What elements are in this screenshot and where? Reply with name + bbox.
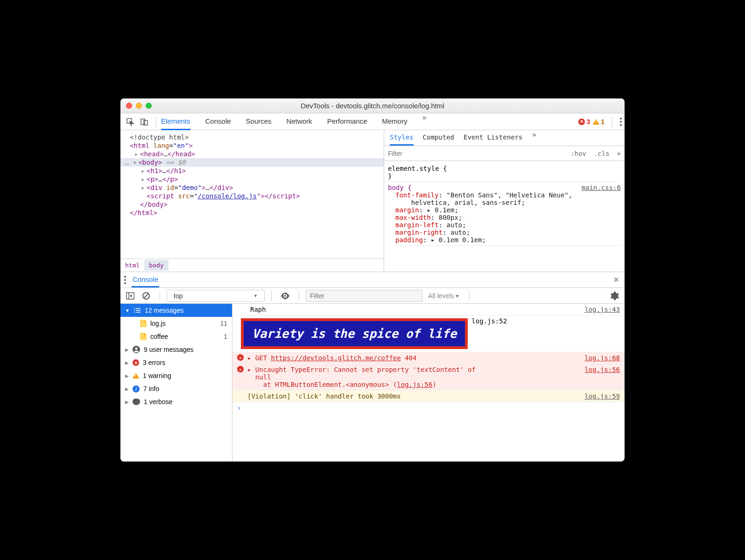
sidebar-warnings[interactable]: ▶1 warning	[120, 369, 232, 382]
source-link[interactable]: log.js:59	[584, 392, 620, 400]
add-rule-button[interactable]: +	[613, 150, 625, 157]
styles-panel: Styles Computed Event Listeners :hov .cl…	[384, 130, 625, 272]
svg-rect-1	[141, 119, 145, 125]
dom-tree-panel: <!doctype html> <html lang="en"> ▸<head>…	[120, 130, 384, 272]
styles-filter-input[interactable]	[384, 148, 567, 159]
sidebar-toggle-icon[interactable]	[125, 291, 135, 301]
console-row[interactable]: Raphlog.js:43	[232, 304, 625, 315]
close-drawer-icon[interactable]: ×	[611, 274, 621, 285]
console-settings-icon[interactable]	[610, 291, 620, 301]
source-link[interactable]: main.css:6	[582, 184, 621, 191]
dom-node[interactable]: ▸<p>…</p>	[120, 175, 384, 183]
expand-icon[interactable]: ▸	[141, 175, 147, 183]
tab-memory[interactable]: Memory	[382, 113, 408, 130]
body-rule[interactable]: main.css:6 body { font-family: "Benton S…	[388, 182, 621, 246]
style-rules: element.style { } main.css:6 body { font…	[384, 161, 625, 272]
styles-filter-bar: :hov .cls +	[384, 146, 625, 161]
expand-icon[interactable]: ▸	[134, 150, 140, 158]
console-drawer-label[interactable]: Console	[132, 273, 159, 287]
expand-icon[interactable]: ▸	[141, 184, 147, 191]
console-drawer-tab: Console ×	[120, 272, 625, 288]
warning-count[interactable]: 1	[593, 118, 604, 126]
dom-node[interactable]: <html lang="en">	[120, 141, 384, 150]
error-icon: ✕	[237, 354, 244, 361]
dom-node[interactable]: <script src="/console/log.js"></script>	[120, 192, 384, 200]
file-icon	[140, 333, 147, 340]
hov-button[interactable]: :hov	[567, 150, 590, 157]
tab-computed[interactable]: Computed	[423, 130, 454, 146]
tab-elements[interactable]: Elements	[161, 113, 190, 130]
expand-icon: ▶	[125, 386, 129, 392]
expand-icon[interactable]: ▸	[141, 167, 147, 175]
console-filter-input[interactable]	[306, 290, 422, 302]
crumb-body[interactable]: body	[144, 260, 168, 271]
collapse-icon: ▼	[125, 308, 130, 313]
element-style-rule[interactable]: element.style { }	[388, 163, 621, 182]
console-prompt[interactable]: ›	[232, 402, 625, 413]
panel-tabs: Elements Console Sources Network Perform…	[161, 113, 578, 130]
sidebar-file[interactable]: log.js11	[120, 317, 232, 330]
more-tabs-icon[interactable]	[532, 130, 536, 146]
separator	[469, 291, 470, 301]
tab-event-listeners[interactable]: Event Listeners	[464, 130, 522, 146]
sidebar-errors[interactable]: ▶✕3 errors	[120, 356, 232, 369]
sidebar-file[interactable]: coffee1	[120, 330, 232, 343]
tab-network[interactable]: Network	[287, 113, 312, 130]
source-link[interactable]: log.js:56	[584, 366, 620, 388]
source-link[interactable]: log.js:43	[584, 306, 620, 313]
device-icon[interactable]	[139, 117, 149, 127]
clear-console-icon[interactable]	[141, 291, 151, 301]
tab-styles[interactable]: Styles	[390, 130, 414, 146]
styles-tabs: Styles Computed Event Listeners	[384, 130, 625, 146]
window-title: DevTools - devtools.glitch.me/console/lo…	[120, 102, 625, 110]
separator	[299, 291, 299, 301]
dom-node[interactable]: </html>	[120, 209, 384, 217]
dom-node-selected[interactable]: …▾<body> == $0	[120, 158, 384, 167]
log-levels-dropdown[interactable]: All levels ▾	[424, 292, 463, 300]
console-row-error[interactable]: ✕ ▸ Uncaught TypeError: Cannot set prope…	[232, 364, 625, 391]
info-icon: i	[133, 385, 140, 392]
console-sidebar: ▼ 12 messages log.js11 coffee1 ▶9 user m…	[120, 304, 232, 462]
sidebar-info[interactable]: ▶i7 info	[120, 382, 232, 395]
console-row-error[interactable]: ✕ ▸ GET https://devtools.glitch.me/coffe…	[232, 352, 625, 364]
file-icon	[140, 320, 147, 327]
crumb-html[interactable]: html	[120, 260, 144, 271]
console-row-violation[interactable]: [Violation] 'click' handler took 3000msl…	[232, 391, 625, 402]
tab-console[interactable]: Console	[205, 113, 231, 130]
more-tabs-icon[interactable]	[422, 113, 427, 130]
user-icon	[133, 346, 140, 353]
console-output: Raphlog.js:43 Variety is the spice of li…	[232, 304, 625, 462]
sidebar-user-messages[interactable]: ▶9 user messages	[120, 343, 232, 356]
source-link[interactable]: log.js:68	[584, 354, 620, 362]
tab-sources[interactable]: Sources	[246, 113, 272, 130]
dom-node[interactable]: <!doctype html>	[120, 133, 384, 141]
live-expression-icon[interactable]	[280, 291, 290, 301]
bug-icon	[133, 399, 140, 405]
console-row-styled[interactable]: Variety is the spice of life log.js:52	[232, 315, 625, 352]
svg-line-6	[144, 294, 148, 298]
cls-button[interactable]: .cls	[590, 150, 613, 157]
separator	[612, 117, 612, 127]
dom-node[interactable]: ▸<h1>…</h1>	[120, 167, 384, 175]
console-toolbar: top All levels ▾	[120, 288, 625, 304]
dom-node[interactable]: ▸<head>…</head>	[120, 150, 384, 158]
context-selector[interactable]: top	[167, 290, 265, 302]
sidebar-count-label: 12 messages	[145, 307, 183, 314]
sidebar-verbose[interactable]: ▶1 verbose	[120, 395, 232, 408]
inspect-icon[interactable]	[125, 117, 135, 127]
separator	[271, 291, 272, 301]
sidebar-all-messages[interactable]: ▼ 12 messages	[120, 304, 232, 317]
error-count[interactable]: ✕3	[578, 118, 590, 126]
error-icon: ✕	[133, 359, 139, 366]
dom-node[interactable]: ▸<div id="demo">…</div>	[120, 183, 384, 192]
separator	[160, 291, 160, 301]
source-link[interactable]: log.js:52	[471, 317, 507, 350]
settings-menu-icon[interactable]	[620, 118, 622, 126]
breadcrumb: html body	[120, 259, 384, 272]
expand-icon: ▶	[125, 373, 129, 378]
dom-node[interactable]: </body>	[120, 200, 384, 209]
expand-icon: ▶	[125, 347, 129, 352]
drawer-menu-icon[interactable]	[124, 276, 126, 284]
collapse-icon[interactable]: ▾	[133, 159, 138, 166]
tab-performance[interactable]: Performance	[327, 113, 367, 130]
